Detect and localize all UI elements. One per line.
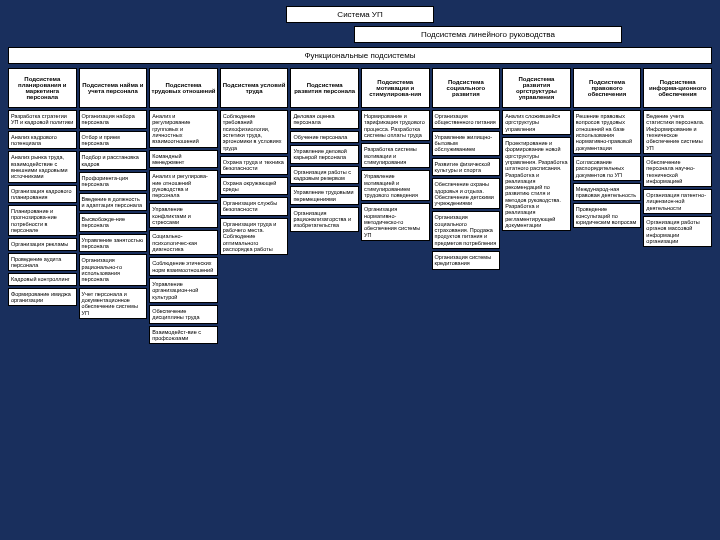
diagram-root: Система УП Подсистема линейного руководс…	[0, 0, 720, 540]
cell: Организация рекламы	[8, 238, 77, 250]
columns-container: Подсистема планирования и маркетинга пер…	[8, 68, 712, 344]
cell: Взаимодейст-вие с профсоюзами	[149, 326, 218, 345]
column-header: Подсистема найма и учета персонала	[79, 68, 148, 108]
cell: Управление деловой карьерой персонала	[290, 145, 359, 164]
cell: Разработка стратегии УП и кадровой полит…	[8, 110, 77, 129]
cell: Обеспечение дисциплины труда	[149, 305, 218, 324]
column: Подсистема правового обеспеченияРешение …	[573, 68, 642, 344]
cell: Организация социального страхования. Про…	[432, 211, 501, 249]
column: Подсистема трудовых отношенийАнализ и ре…	[149, 68, 218, 344]
cell: Организация нормативно-методическо-го об…	[361, 203, 430, 241]
column-header: Подсистема планирования и маркетинга пер…	[8, 68, 77, 108]
cell: Управление организацион-ной культурой	[149, 278, 218, 303]
column: Подсистема условий трудаСоблюдение требо…	[220, 68, 289, 344]
subtitle-row: Подсистема линейного руководства	[8, 26, 712, 43]
cell: Анализ рынка труда, взаимодействие с вне…	[8, 151, 77, 182]
cell: Охрана окружающей среды	[220, 177, 289, 196]
cell: Высвобожде-ние персонала	[79, 213, 148, 232]
cell: Проведение консультаций по юридическим в…	[573, 203, 642, 228]
cell: Командный менеджмент	[149, 150, 218, 169]
column-header: Подсистема социального развития	[432, 68, 501, 108]
cell: Организация службы безопасности	[220, 197, 289, 216]
cell: Охрана труда и техника безопасности	[220, 156, 289, 175]
cell: Организация работы с кадровым резервом	[290, 166, 359, 185]
column-header: Подсистема развития персонала	[290, 68, 359, 108]
cell: Организация кадрового планирования	[8, 185, 77, 204]
column-header: Подсистема условий труда	[220, 68, 289, 108]
cell: Нормирование и тарификация трудового про…	[361, 110, 430, 141]
cell: Анализ сложившейся оргструктуры управлен…	[502, 110, 571, 135]
cell: Подбор и расстановка кадров	[79, 151, 148, 170]
column: Подсистема мотивации и стимулирова-нияНо…	[361, 68, 430, 344]
cell: Согласование распорядительных документов…	[573, 156, 642, 181]
cell: Организация системы кредитования	[432, 251, 501, 270]
cell: Формирование имиджа организации	[8, 288, 77, 307]
cell: Анализ и регулирование групповых и лично…	[149, 110, 218, 148]
cell: Анализ кадрового потенциала	[8, 131, 77, 150]
cell: Ведение учета статистики персонала. Инфо…	[643, 110, 712, 154]
cell: Проектирование и формирование новой оргс…	[502, 137, 571, 231]
cell: Управление занятостью персонала	[79, 234, 148, 253]
cell: Введение в должность и адаптация персона…	[79, 193, 148, 212]
cell: Соблюдение этических норм взаимоотношени…	[149, 257, 218, 276]
column: Подсистема развития персоналаДеловая оце…	[290, 68, 359, 344]
column: Подсистема развития оргструктуры управле…	[502, 68, 571, 344]
cell: Анализ и регулирова-ние отношений руково…	[149, 170, 218, 201]
column-header: Подсистема правового обеспечения	[573, 68, 642, 108]
cell: Организация общественного питания	[432, 110, 501, 129]
cell: Управление трудовыми перемещениями	[290, 186, 359, 205]
cell: Решение правовых вопросов трудовых отнош…	[573, 110, 642, 154]
column-header: Подсистема трудовых отношений	[149, 68, 218, 108]
title-row: Система УП	[8, 6, 712, 23]
cell: Организация патентно-лицензион-ной деяте…	[643, 189, 712, 214]
cell: Обеспечение охраны здоровья и отдыха. Об…	[432, 178, 501, 209]
cell: Обучение персонала	[290, 131, 359, 143]
cell: Развитие физической культуры и спорта	[432, 158, 501, 177]
line-mgmt-box: Подсистема линейного руководства	[354, 26, 622, 43]
cell: Организация набора персонала	[79, 110, 148, 129]
functional-band: Функциональные подсистемы	[8, 47, 712, 64]
cell: Проведение аудита персонала	[8, 253, 77, 272]
cell: Управление жилищно-бытовым обслуживанием	[432, 131, 501, 156]
cell: Международ-ная правовая деятельность	[573, 183, 642, 202]
cell: Обеспечение персонала научно-технической…	[643, 156, 712, 187]
cell: Соблюдение требований психофизиологии, э…	[220, 110, 289, 154]
cell: Профориента-ция персонала	[79, 172, 148, 191]
system-title: Система УП	[286, 6, 434, 23]
column: Подсистема социального развитияОрганизац…	[432, 68, 501, 344]
cell: Организация рационально-го использования…	[79, 254, 148, 285]
column: Подсистема найма и учета персоналаОргани…	[79, 68, 148, 344]
column: Подсистема информа-ционного обеспеченияВ…	[643, 68, 712, 344]
cell: Деловая оценка персонала	[290, 110, 359, 129]
cell: Отбор и прием персонала	[79, 131, 148, 150]
cell: Кадровый контроллинг	[8, 273, 77, 285]
column-header: Подсистема развития оргструктуры управле…	[502, 68, 571, 108]
cell: Учет персонала и документационное обеспе…	[79, 288, 148, 319]
cell: Разработка системы мотивации и стимулиро…	[361, 143, 430, 168]
cell: Социально-психологичес-кая диагностика	[149, 230, 218, 255]
cell: Управление мотивацией и стимулированием …	[361, 170, 430, 201]
cell: Организация работы органов массовой инфо…	[643, 216, 712, 247]
cell: Планирование и прогнозирова-ние потребно…	[8, 205, 77, 236]
column-header: Подсистема информа-ционного обеспечения	[643, 68, 712, 108]
column-header: Подсистема мотивации и стимулирова-ния	[361, 68, 430, 108]
cell: Организация труда и рабочего места. Собл…	[220, 218, 289, 256]
cell: Организация рационализаторства и изобрет…	[290, 207, 359, 232]
column: Подсистема планирования и маркетинга пер…	[8, 68, 77, 344]
cell: Управление конфликтами и стрессами	[149, 203, 218, 228]
